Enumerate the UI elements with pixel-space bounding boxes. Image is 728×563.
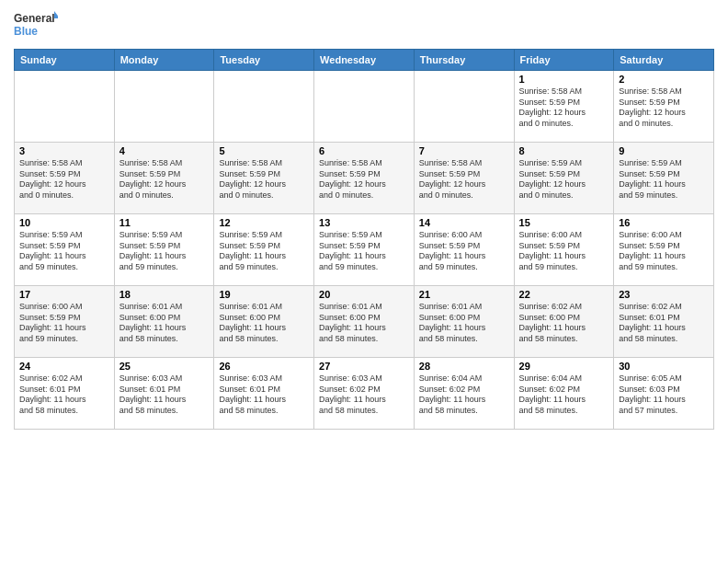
calendar-cell: 26Sunrise: 6:03 AM Sunset: 6:01 PM Dayli… <box>214 358 314 430</box>
day-info: Sunrise: 5:58 AM Sunset: 5:59 PM Dayligh… <box>319 158 409 201</box>
day-number: 24 <box>19 361 109 372</box>
calendar-header-thursday: Thursday <box>414 50 514 71</box>
calendar: SundayMondayTuesdayWednesdayThursdayFrid… <box>14 49 714 430</box>
day-info: Sunrise: 5:58 AM Sunset: 5:59 PM Dayligh… <box>419 158 509 201</box>
day-info: Sunrise: 6:00 AM Sunset: 5:59 PM Dayligh… <box>19 302 109 345</box>
day-info: Sunrise: 6:05 AM Sunset: 6:03 PM Dayligh… <box>619 373 709 417</box>
day-info: Sunrise: 5:59 AM Sunset: 5:59 PM Dayligh… <box>619 158 709 201</box>
calendar-cell: 9Sunrise: 5:59 AM Sunset: 5:59 PM Daylig… <box>614 143 714 214</box>
calendar-cell: 27Sunrise: 6:03 AM Sunset: 6:02 PM Dayli… <box>314 358 415 430</box>
header: General Blue <box>14 9 714 41</box>
calendar-cell: 13Sunrise: 5:59 AM Sunset: 5:59 PM Dayli… <box>314 214 415 286</box>
day-number: 21 <box>419 289 509 300</box>
calendar-cell: 14Sunrise: 6:00 AM Sunset: 5:59 PM Dayli… <box>414 214 514 286</box>
day-info: Sunrise: 5:59 AM Sunset: 5:59 PM Dayligh… <box>219 230 309 273</box>
calendar-header-monday: Monday <box>114 50 214 71</box>
day-info: Sunrise: 5:59 AM Sunset: 5:59 PM Dayligh… <box>119 230 210 273</box>
calendar-cell: 25Sunrise: 6:03 AM Sunset: 6:01 PM Dayli… <box>114 358 214 430</box>
day-info: Sunrise: 6:01 AM Sunset: 6:00 PM Dayligh… <box>419 302 509 345</box>
calendar-cell: 2Sunrise: 5:58 AM Sunset: 5:59 PM Daylig… <box>614 71 714 143</box>
logo-svg: General Blue <box>14 9 58 41</box>
day-number: 25 <box>119 361 210 372</box>
day-info: Sunrise: 6:00 AM Sunset: 5:59 PM Dayligh… <box>419 230 509 273</box>
calendar-cell: 5Sunrise: 5:58 AM Sunset: 5:59 PM Daylig… <box>214 143 314 214</box>
day-number: 18 <box>119 289 210 300</box>
calendar-header-tuesday: Tuesday <box>214 50 314 71</box>
day-info: Sunrise: 5:58 AM Sunset: 5:59 PM Dayligh… <box>119 158 210 201</box>
day-info: Sunrise: 6:01 AM Sunset: 6:00 PM Dayligh… <box>219 302 309 345</box>
calendar-cell: 15Sunrise: 6:00 AM Sunset: 5:59 PM Dayli… <box>514 214 614 286</box>
day-info: Sunrise: 5:59 AM Sunset: 5:59 PM Dayligh… <box>319 230 409 273</box>
day-info: Sunrise: 5:58 AM Sunset: 5:59 PM Dayligh… <box>619 86 709 130</box>
day-number: 6 <box>319 145 409 156</box>
calendar-cell: 10Sunrise: 5:59 AM Sunset: 5:59 PM Dayli… <box>15 214 115 286</box>
day-info: Sunrise: 6:02 AM Sunset: 6:01 PM Dayligh… <box>19 373 109 417</box>
day-number: 22 <box>519 289 609 300</box>
day-number: 13 <box>319 217 409 228</box>
calendar-cell: 21Sunrise: 6:01 AM Sunset: 6:00 PM Dayli… <box>414 286 514 358</box>
calendar-cell: 17Sunrise: 6:00 AM Sunset: 5:59 PM Dayli… <box>15 286 115 358</box>
day-number: 2 <box>619 74 709 85</box>
day-number: 26 <box>219 361 309 372</box>
day-number: 9 <box>619 145 709 156</box>
calendar-cell: 6Sunrise: 5:58 AM Sunset: 5:59 PM Daylig… <box>314 143 415 214</box>
day-info: Sunrise: 6:00 AM Sunset: 5:59 PM Dayligh… <box>619 230 709 273</box>
calendar-cell: 11Sunrise: 5:59 AM Sunset: 5:59 PM Dayli… <box>114 214 214 286</box>
calendar-cell: 3Sunrise: 5:58 AM Sunset: 5:59 PM Daylig… <box>15 143 115 214</box>
page: General Blue SundayMondayTuesdayWednesda… <box>0 0 728 563</box>
day-info: Sunrise: 5:58 AM Sunset: 5:59 PM Dayligh… <box>219 158 309 201</box>
day-number: 10 <box>19 217 109 228</box>
calendar-week-2: 3Sunrise: 5:58 AM Sunset: 5:59 PM Daylig… <box>15 143 714 214</box>
calendar-header-row: SundayMondayTuesdayWednesdayThursdayFrid… <box>15 50 714 71</box>
calendar-cell: 4Sunrise: 5:58 AM Sunset: 5:59 PM Daylig… <box>114 143 214 214</box>
day-info: Sunrise: 6:02 AM Sunset: 6:01 PM Dayligh… <box>619 302 709 345</box>
calendar-cell: 24Sunrise: 6:02 AM Sunset: 6:01 PM Dayli… <box>15 358 115 430</box>
calendar-week-3: 10Sunrise: 5:59 AM Sunset: 5:59 PM Dayli… <box>15 214 714 286</box>
day-info: Sunrise: 6:04 AM Sunset: 6:02 PM Dayligh… <box>519 373 609 417</box>
svg-text:General: General <box>14 12 55 25</box>
day-number: 16 <box>619 217 709 228</box>
day-number: 4 <box>119 145 210 156</box>
logo: General Blue <box>14 9 58 41</box>
calendar-cell: 18Sunrise: 6:01 AM Sunset: 6:00 PM Dayli… <box>114 286 214 358</box>
day-info: Sunrise: 6:01 AM Sunset: 6:00 PM Dayligh… <box>319 302 409 345</box>
day-info: Sunrise: 6:03 AM Sunset: 6:01 PM Dayligh… <box>119 373 210 417</box>
calendar-cell: 16Sunrise: 6:00 AM Sunset: 5:59 PM Dayli… <box>614 214 714 286</box>
day-number: 1 <box>519 74 609 85</box>
calendar-cell: 20Sunrise: 6:01 AM Sunset: 6:00 PM Dayli… <box>314 286 415 358</box>
day-number: 3 <box>19 145 109 156</box>
day-number: 27 <box>319 361 409 372</box>
calendar-cell: 28Sunrise: 6:04 AM Sunset: 6:02 PM Dayli… <box>414 358 514 430</box>
day-number: 5 <box>219 145 309 156</box>
calendar-cell <box>114 71 214 143</box>
day-number: 8 <box>519 145 609 156</box>
calendar-cell <box>15 71 115 143</box>
calendar-cell: 7Sunrise: 5:58 AM Sunset: 5:59 PM Daylig… <box>414 143 514 214</box>
day-number: 15 <box>519 217 609 228</box>
calendar-cell <box>414 71 514 143</box>
svg-text:Blue: Blue <box>14 25 38 38</box>
day-info: Sunrise: 6:04 AM Sunset: 6:02 PM Dayligh… <box>419 373 509 417</box>
day-number: 30 <box>619 361 709 372</box>
day-number: 20 <box>319 289 409 300</box>
day-info: Sunrise: 6:02 AM Sunset: 6:00 PM Dayligh… <box>519 302 609 345</box>
day-number: 17 <box>19 289 109 300</box>
calendar-cell: 22Sunrise: 6:02 AM Sunset: 6:00 PM Dayli… <box>514 286 614 358</box>
calendar-cell: 1Sunrise: 5:58 AM Sunset: 5:59 PM Daylig… <box>514 71 614 143</box>
calendar-cell: 23Sunrise: 6:02 AM Sunset: 6:01 PM Dayli… <box>614 286 714 358</box>
calendar-cell: 30Sunrise: 6:05 AM Sunset: 6:03 PM Dayli… <box>614 358 714 430</box>
day-info: Sunrise: 5:58 AM Sunset: 5:59 PM Dayligh… <box>519 86 609 130</box>
svg-marker-2 <box>54 11 58 18</box>
calendar-header-friday: Friday <box>514 50 614 71</box>
day-number: 23 <box>619 289 709 300</box>
day-info: Sunrise: 6:03 AM Sunset: 6:02 PM Dayligh… <box>319 373 409 417</box>
calendar-header-sunday: Sunday <box>15 50 115 71</box>
calendar-week-5: 24Sunrise: 6:02 AM Sunset: 6:01 PM Dayli… <box>15 358 714 430</box>
calendar-cell: 12Sunrise: 5:59 AM Sunset: 5:59 PM Dayli… <box>214 214 314 286</box>
day-info: Sunrise: 6:00 AM Sunset: 5:59 PM Dayligh… <box>519 230 609 273</box>
day-number: 29 <box>519 361 609 372</box>
day-number: 28 <box>419 361 509 372</box>
calendar-cell: 8Sunrise: 5:59 AM Sunset: 5:59 PM Daylig… <box>514 143 614 214</box>
day-number: 12 <box>219 217 309 228</box>
calendar-cell <box>314 71 415 143</box>
